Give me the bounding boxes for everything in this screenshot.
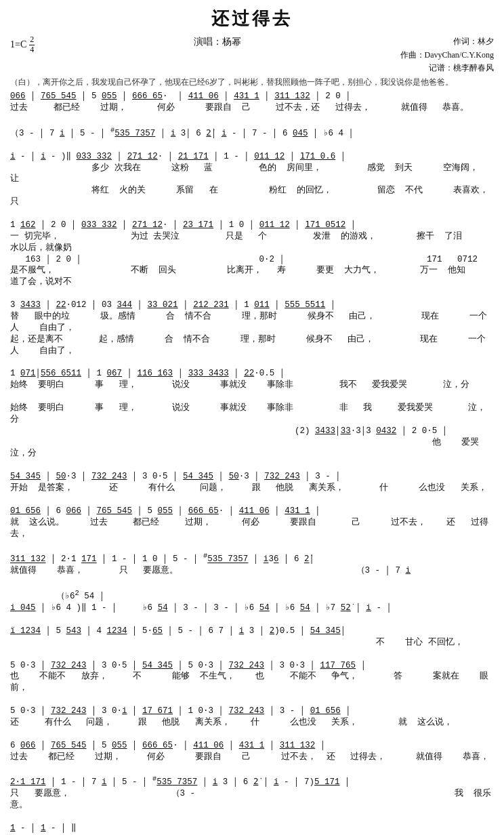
score-block: 066 │ 765 545 │ 5 055 │ 666 65· │ 411 06… [10, 91, 494, 834]
score-content: 066 │ 765 545 │ 5 055 │ 666 65· │ 411 06… [10, 91, 494, 834]
credits: 作词：林夕 作曲：DavyChan/C.Y.Kong 记谱：桃李醉春风 [400, 35, 494, 75]
key-label: 1=C [10, 38, 26, 52]
page-container: 还过得去 1=C 2 4 演唱：杨幂 作词：林夕 作曲：DavyChan/C.Y… [10, 7, 494, 835]
lyricist-label: 作词：林夕 [400, 35, 494, 48]
meta-row: 1=C 2 4 演唱：杨幂 作词：林夕 作曲：DavyChan/C.Y.Kong… [10, 35, 494, 75]
arranger-label: 记谱：桃李醉春风 [400, 62, 494, 75]
time-den: 4 [29, 45, 35, 54]
time-signature: 2 4 [29, 35, 35, 54]
intro-text: （白），离开你之后，我发现自己怀孕了，他现在已经6岁了，叫彬彬，替我照顾他一阵子… [10, 77, 494, 88]
composer-label: 作曲：DavyChan/C.Y.Kong [400, 49, 494, 62]
song-title: 还过得去 [10, 7, 494, 31]
key-time: 1=C 2 4 [10, 35, 35, 54]
time-num: 2 [29, 35, 35, 45]
singer-label: 演唱：杨幂 [194, 35, 241, 49]
